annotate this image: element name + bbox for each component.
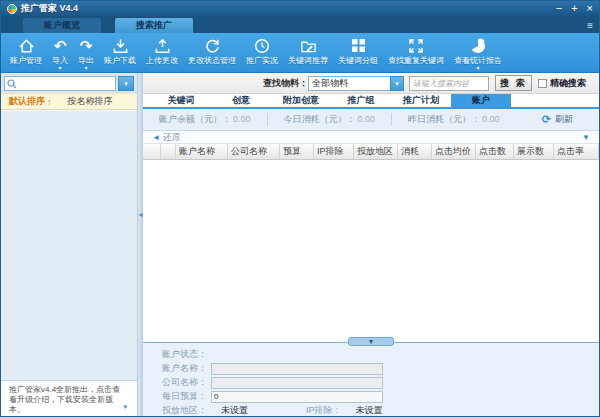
col-selector (143, 144, 161, 159)
sort-default-button[interactable]: 默认排序 (9, 95, 45, 108)
exact-search-option: 精确搜索 (538, 77, 586, 90)
col-impressions[interactable]: 展示数 (514, 144, 554, 159)
chevron-down-icon: ▾ (84, 65, 87, 71)
collapse-panel-handle[interactable]: ▼ (348, 337, 394, 346)
toolbar-import[interactable]: ↶ 导入 ▾ (47, 33, 73, 72)
toolbar-find-duplicates[interactable]: 查找重复关键词 (383, 33, 449, 72)
col-ctr[interactable]: 点击率 (554, 144, 599, 159)
stat-yesterday-cost: 昨日消耗（元）：0.00 (391, 113, 516, 126)
tab-account-overview[interactable]: 账户概览 (23, 18, 101, 33)
sort-by-name-button[interactable]: 按名称排序 (68, 95, 113, 108)
region-value[interactable]: 未设置 (221, 404, 248, 417)
import-icon: ↶ (54, 37, 67, 54)
ip-exclude-value[interactable]: 未设置 (356, 404, 383, 417)
material-type-select[interactable]: 全部物料 ▾ (308, 76, 404, 91)
col-budget[interactable]: 预算 (280, 144, 314, 159)
chevron-down-icon: ▾ (390, 76, 404, 91)
content-panel: 查找物料： 全部物料 ▾ 搜 索 精确搜索 关键词 创意 附加创意 推广组 推广… (143, 73, 599, 416)
upgrade-notice-text: 推广管家v4.4全新推出，点击查看升级介绍，下载安装全新版本。 (9, 385, 120, 414)
tab-search-promotion[interactable]: 搜索推广 (115, 18, 193, 33)
chevron-down-icon[interactable]: ▾ (123, 402, 127, 412)
refresh-button[interactable]: ⟳ 刷新 (542, 113, 573, 126)
col-account-name[interactable]: 账户名称 (176, 144, 228, 159)
exact-search-label: 精确搜索 (550, 77, 586, 90)
daily-budget-field[interactable] (211, 391, 383, 403)
col-clicks[interactable]: 点击数 (476, 144, 514, 159)
nav-tab-bar: 账户概览 搜索推广 ≡ (1, 16, 599, 33)
refresh-icon (204, 37, 221, 54)
region-label: 投放地区： (147, 404, 207, 417)
maximize-button[interactable]: + (571, 3, 577, 14)
tab-extra-creatives[interactable]: 附加创意 (271, 94, 331, 107)
stat-balance: 账户余额（元）：0.00 (143, 113, 267, 126)
sort-up-icon: ↑ (47, 97, 52, 107)
toolbar-export[interactable]: ↷ 导出 ▾ (73, 33, 99, 72)
col-company-name[interactable]: 公司名称 (228, 144, 280, 159)
menu-icon[interactable]: ≡ (587, 21, 593, 31)
restore-button[interactable]: ◄ 还原 (152, 131, 181, 144)
home-icon (18, 37, 35, 54)
col-cost[interactable]: 消耗 (398, 144, 432, 159)
sidebar-search-input[interactable] (17, 78, 115, 90)
account-status-label: 账户状态： (147, 348, 207, 361)
col-region[interactable]: 投放地区 (354, 144, 398, 159)
company-name-label: 公司名称： (147, 376, 207, 389)
material-type-value: 全部物料 (312, 77, 348, 90)
filter-icon[interactable]: ▼ (582, 133, 590, 142)
download-icon (112, 37, 129, 54)
close-button[interactable]: × (587, 3, 593, 14)
chevron-down-icon: ▾ (58, 65, 61, 71)
expand-icon (408, 37, 424, 54)
sidebar-search-box[interactable] (4, 76, 116, 91)
table-header: 账户名称 公司名称 预算 IP排除 投放地区 消耗 点击均价 点击数 展示数 点… (143, 144, 599, 160)
toolbar-upload-changes[interactable]: 上传更改 (141, 33, 183, 72)
col-status (161, 144, 176, 159)
tab-keywords[interactable]: 关键词 (151, 94, 211, 107)
app-window: 推广管家 V4.4 − + × 账户概览 搜索推广 ≡ 账户管理 ↶ 导入 ▾ … (0, 0, 600, 417)
grid-icon (351, 37, 366, 54)
export-icon: ↷ (80, 37, 93, 54)
col-avg-cpc[interactable]: 点击均价 (432, 144, 476, 159)
toolbar-stats-report[interactable]: 查看统计报告 ▾ (449, 33, 507, 72)
pie-chart-icon (470, 37, 486, 54)
company-name-field (211, 377, 383, 389)
folder-edit-icon (300, 37, 317, 54)
tab-account[interactable]: 账户 (451, 94, 511, 107)
toolbar-keyword-group[interactable]: 关键词分组 (333, 33, 383, 72)
col-ip-exclude[interactable]: IP排除 (314, 144, 354, 159)
toolbar-keyword-suggest[interactable]: 关键词推荐 (283, 33, 333, 72)
account-list[interactable] (1, 110, 137, 380)
tab-ad-groups[interactable]: 推广组 (331, 94, 391, 107)
search-label: 查找物料： (263, 77, 308, 90)
window-title: 推广管家 V4.4 (21, 2, 78, 15)
tab-creatives[interactable]: 创意 (211, 94, 271, 107)
restore-arrow-icon: ◄ (152, 133, 160, 142)
exact-search-checkbox[interactable] (538, 79, 547, 88)
chevron-down-icon: ▾ (476, 65, 479, 71)
window-controls: − + × (556, 3, 593, 14)
toolbar-account-download[interactable]: 账户下载 (99, 33, 141, 72)
search-button[interactable]: 搜 索 (495, 75, 532, 91)
ip-exclude-label: IP排除： (306, 404, 342, 417)
tab-campaigns[interactable]: 推广计划 (391, 94, 451, 107)
main-area: ▾ 默认排序 ↑ 按名称排序 推广管家v4.4全新推出，点击查看升级介绍，下载安… (1, 73, 599, 416)
account-detail-panel: 账户状态： 账户名称： 公司名称： 每日预算： 投放地区： 未设置 I (143, 342, 599, 416)
title-bar: 推广管家 V4.4 − + × (1, 1, 599, 16)
sort-bar: 默认排序 ↑ 按名称排序 (1, 93, 137, 110)
upgrade-notice[interactable]: 推广管家v4.4全新推出，点击查看升级介绍，下载安装全新版本。 ▾ (1, 380, 137, 416)
account-name-label: 账户名称： (147, 362, 207, 375)
upload-icon (154, 37, 171, 54)
stat-today-cost: 今日消耗（元）：0.00 (267, 113, 392, 126)
sidebar-search-dropdown-button[interactable]: ▾ (118, 76, 134, 91)
toolbar-status-manage[interactable]: 更改状态管理 (183, 33, 241, 72)
account-stats-bar: 账户余额（元）：0.00 今日消耗（元）：0.00 昨日消耗（元）：0.00 ⟳… (143, 109, 599, 131)
app-logo-icon (7, 4, 17, 14)
clock-icon (254, 37, 270, 54)
toolbar-promotion-live[interactable]: 推广实况 (241, 33, 283, 72)
minimize-button[interactable]: − (556, 3, 562, 14)
search-input[interactable] (409, 76, 489, 91)
toolbar: 账户管理 ↶ 导入 ▾ ↷ 导出 ▾ 账户下载 上传更改 (1, 33, 599, 73)
material-tab-bar: 关键词 创意 附加创意 推广组 推广计划 账户 (143, 94, 599, 109)
toolbar-account-manage[interactable]: 账户管理 (5, 33, 47, 72)
table-body[interactable] (143, 160, 599, 342)
